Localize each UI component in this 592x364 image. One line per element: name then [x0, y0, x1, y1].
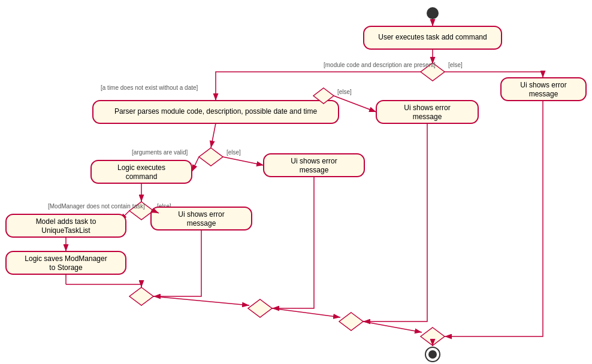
arrow-d5-to-d6: [272, 308, 340, 317]
label-mod-no-task: [ModManager does not contain task]: [48, 203, 145, 210]
arrow-d6-to-d7: [363, 321, 422, 332]
label-time-no-date: [a time does not exist without a date]: [101, 84, 198, 91]
label-args-valid: [arguments are valid]: [132, 149, 188, 156]
logic-saves-label2: to Storage: [49, 263, 83, 272]
diamond5: [248, 299, 272, 317]
arrow-parser-to-d2: [211, 123, 216, 148]
ui-error-lower-label2: message: [187, 219, 216, 228]
diamond6: [339, 313, 363, 330]
diamond7: [421, 327, 445, 345]
end-inner: [428, 350, 437, 359]
user-executes-label: User executes task add command: [378, 33, 487, 41]
arrow-ui-right-to-d7: [445, 101, 543, 336]
logic-saves-label: Logic saves ModManager: [25, 254, 107, 263]
arrow-d2-to-logic: [192, 157, 199, 172]
parser-label: Parser parses module code, description, …: [114, 107, 318, 116]
label-else3: [else]: [226, 149, 241, 156]
label-else1: [else]: [448, 62, 463, 68]
diamond4: [129, 287, 153, 305]
arrow-d2-to-ui-mid2: [223, 157, 264, 165]
label-else2: [else]: [337, 89, 352, 95]
diamond2: [199, 148, 223, 166]
arrow-d4-to-d5: [153, 296, 249, 305]
ui-error-mid2-label2: message: [300, 166, 329, 174]
arrow-ui-mid2-to-d5: [272, 177, 314, 308]
arrow-ui-lower-to-d4: [153, 230, 201, 296]
ui-error-middle-label2: message: [413, 113, 442, 121]
start-node: [427, 7, 439, 19]
arrow-d1b-to-ui-mid: [334, 96, 376, 112]
label-module-present: [module code and description are present…: [324, 62, 436, 68]
model-adds-label2: UniqueTaskList: [41, 226, 90, 235]
logic-executes-label2: command: [126, 172, 158, 181]
ui-error-middle-label: Ui shows error: [404, 104, 450, 112]
ui-error-mid2-label: Ui shows error: [291, 157, 337, 165]
arrow-ui-mid-to-d6: [363, 123, 427, 321]
arrow-d1-to-ui-right: [445, 72, 543, 78]
arrow-saves-to-d4b: [66, 284, 141, 287]
model-adds-label: Model adds task to: [36, 217, 96, 226]
ui-error-lower-label: Ui shows error: [178, 210, 224, 219]
ui-error-right-label2: message: [529, 90, 558, 98]
logic-executes-label: Logic executes: [117, 163, 165, 172]
ui-error-right-label: Ui shows error: [520, 81, 566, 89]
